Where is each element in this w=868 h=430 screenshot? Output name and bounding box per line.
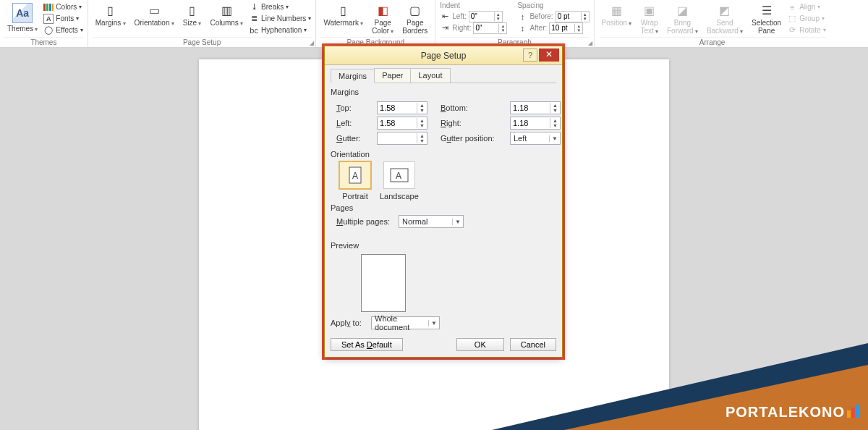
chevron-down-icon: ▼ <box>452 219 463 225</box>
bottom-label: Bottom: <box>441 104 506 112</box>
group-icon: ⬚ <box>787 14 797 24</box>
spinner-down-icon[interactable]: ▼ <box>550 123 560 128</box>
spinner-down-icon[interactable]: ▼ <box>550 108 560 113</box>
spinner-down-icon[interactable]: ▼ <box>417 123 427 128</box>
bring-forward-button: ◪Bring Forward <box>664 1 701 37</box>
themes-button[interactable]: Aa Themes <box>4 1 41 35</box>
cancel-button[interactable]: Cancel <box>510 338 556 351</box>
ribbon: Aa Themes Colors ▾ A Fonts ▾ ◯ Effects ▾… <box>0 0 868 48</box>
indent-right-input[interactable]: ▲▼ <box>473 22 507 34</box>
gutter-position-combo[interactable]: Left▼ <box>510 132 561 145</box>
margins-icon: ▯ <box>103 3 118 17</box>
spinner-up-icon[interactable]: ▲ <box>417 118 427 123</box>
apply-to-combo[interactable]: Whole document▼ <box>371 316 440 329</box>
gutter-label: Gutter: <box>336 134 373 143</box>
help-button[interactable]: ? <box>523 49 537 62</box>
wrap-text-button: ▣Wrap Text <box>637 1 661 37</box>
page-setup-dialog: Page Setup ? ✕ Margins Paper Layout Marg… <box>324 46 563 358</box>
right-input[interactable]: ▲▼ <box>510 117 561 130</box>
tab-margins[interactable]: Margins <box>331 69 375 83</box>
spinner-down-icon[interactable]: ▼ <box>417 108 427 113</box>
set-as-default-button[interactable]: Set As Default <box>331 338 403 351</box>
group-arrange: ▦Position ▣Wrap Text ◪Bring Forward ◩Sen… <box>595 0 830 47</box>
fonts-dropdown[interactable]: A Fonts ▾ <box>43 13 82 24</box>
section-pages: Pages <box>331 203 556 212</box>
tab-paper[interactable]: Paper <box>374 68 411 83</box>
spinner-up-icon[interactable]: ▲ <box>417 133 427 138</box>
effects-dropdown[interactable]: ◯ Effects ▾ <box>43 25 82 35</box>
gutter-input[interactable]: ▲▼ <box>377 132 427 145</box>
orientation-button[interactable]: ▭Orientation <box>132 1 177 29</box>
dialog-title: Page Setup <box>421 51 467 61</box>
ok-button[interactable]: OK <box>456 338 504 351</box>
rotate-dropdown: ⟳Rotate ▾ <box>787 25 825 35</box>
right-label: Right: <box>441 119 506 127</box>
page-setup-dialog-launcher[interactable]: ◢ <box>310 40 314 46</box>
size-button[interactable]: ▯Size <box>180 1 205 29</box>
group-page-setup: ▯Margins ▭Orientation ▯Size ▥Columns ⤓Br… <box>88 0 317 47</box>
tab-layout[interactable]: Layout <box>410 68 450 83</box>
dialog-titlebar[interactable]: Page Setup ? ✕ <box>325 46 562 65</box>
line-numbers-icon: ≣ <box>249 14 259 24</box>
spinner-up-icon[interactable]: ▲ <box>550 103 560 108</box>
page-color-icon: ◧ <box>375 3 390 17</box>
hyphenation-dropdown[interactable]: bcHyphenation ▾ <box>249 25 311 35</box>
page-borders-button[interactable]: ▢Page Borders <box>399 1 430 36</box>
spinner-down-icon[interactable]: ▼ <box>417 138 427 143</box>
gutter-position-label: Gutter position: <box>441 134 506 143</box>
bring-forward-icon: ◪ <box>675 3 689 17</box>
spinner-up-icon[interactable]: ▲ <box>550 118 560 123</box>
group-label-arrange: Arrange <box>599 37 826 47</box>
breaks-icon: ⤓ <box>249 2 259 12</box>
group-label-themes: Themes <box>4 37 83 47</box>
margins-button[interactable]: ▯Margins <box>93 1 129 29</box>
section-margins: Margins <box>331 88 556 96</box>
close-button[interactable]: ✕ <box>539 49 559 62</box>
orientation-portrait[interactable]: A Portrait <box>339 161 371 201</box>
orientation-landscape[interactable]: A Landscape <box>380 161 419 201</box>
position-icon: ▦ <box>609 3 624 17</box>
spacing-after-input[interactable]: ▲▼ <box>549 22 583 34</box>
indent-label: Indent <box>440 1 507 10</box>
spinner-up-icon[interactable]: ▲ <box>417 103 427 108</box>
line-numbers-dropdown[interactable]: ≣Line Numbers ▾ <box>249 13 311 24</box>
left-input[interactable]: ▲▼ <box>377 117 427 130</box>
columns-icon: ▥ <box>219 3 234 17</box>
svg-text:A: A <box>396 171 401 181</box>
spacing-before-icon: ↕ <box>517 12 527 22</box>
spacing-after-icon: ↕ <box>517 23 527 33</box>
top-input[interactable]: ▲▼ <box>377 101 427 114</box>
spinner-down-icon[interactable]: ▼ <box>495 17 502 21</box>
chevron-down-icon: ▼ <box>549 135 560 142</box>
chevron-down-icon: ▼ <box>428 320 439 326</box>
indent-left-input[interactable]: ▲▼ <box>469 11 503 22</box>
breaks-dropdown[interactable]: ⤓Breaks ▾ <box>249 1 311 12</box>
left-label: Left: <box>336 119 373 127</box>
preview-thumbnail <box>361 254 406 312</box>
send-backward-icon: ◩ <box>718 3 732 17</box>
orientation-icon: ▭ <box>147 3 161 17</box>
section-orientation: Orientation <box>331 150 556 159</box>
watermark-icon: ▯ <box>336 3 351 17</box>
watermark-logo: PORTALEKONO <box>726 404 859 421</box>
top-label: Top: <box>336 104 373 112</box>
size-icon: ▯ <box>185 3 200 17</box>
section-preview: Preview <box>331 241 556 250</box>
columns-button[interactable]: ▥Columns <box>207 1 246 29</box>
spacing-before-input[interactable]: ▲▼ <box>556 11 590 22</box>
selection-pane-button[interactable]: ☰Selection Pane <box>749 1 784 36</box>
align-icon: ≡ <box>787 2 797 12</box>
spinner-down-icon[interactable]: ▼ <box>575 28 582 33</box>
wrap-text-icon: ▣ <box>642 3 657 17</box>
spinner-down-icon[interactable]: ▼ <box>582 17 589 21</box>
colors-dropdown[interactable]: Colors ▾ <box>43 1 82 12</box>
watermark-button[interactable]: ▯Watermark <box>320 1 366 29</box>
spinner-down-icon[interactable]: ▼ <box>499 28 506 33</box>
paragraph-dialog-launcher[interactable]: ◢ <box>588 40 592 46</box>
multiple-pages-combo[interactable]: Normal▼ <box>399 215 464 228</box>
svg-text:A: A <box>352 171 358 181</box>
rotate-icon: ⟳ <box>787 25 797 35</box>
bottom-input[interactable]: ▲▼ <box>510 101 561 114</box>
indent-right-icon: ⇥ <box>440 23 450 33</box>
page-color-button[interactable]: ◧Page Color <box>369 1 396 37</box>
